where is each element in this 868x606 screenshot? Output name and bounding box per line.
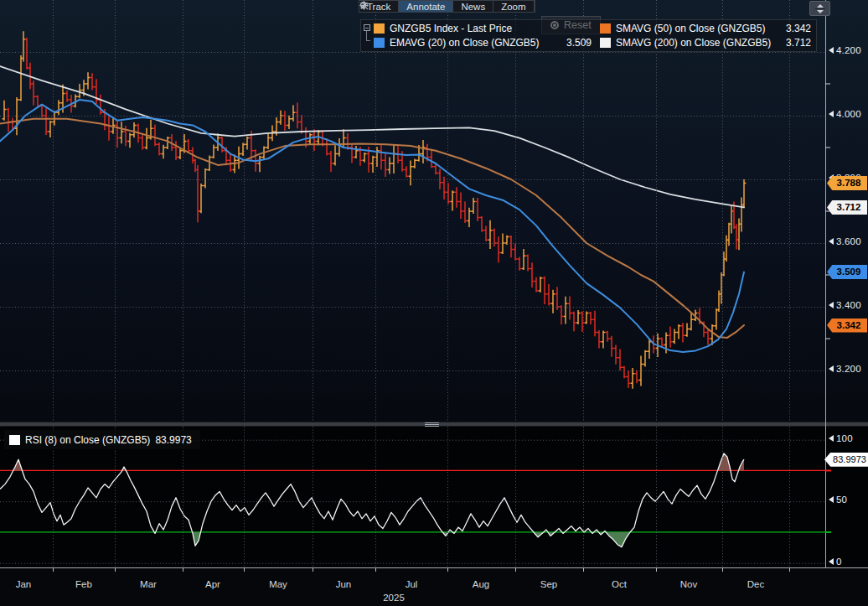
y-axis-label: 3.200 xyxy=(829,364,861,374)
axis-tick-icon xyxy=(829,496,834,503)
panel-resize-handle[interactable] xyxy=(425,422,439,427)
axis-tick-icon xyxy=(829,558,834,565)
legend-swatch xyxy=(9,435,20,445)
x-axis-month-label: Apr xyxy=(194,579,231,589)
y-axis-label: 4.200 xyxy=(829,45,861,55)
study-legend: GNZGB5 Index - Last Price EMAVG (20) on … xyxy=(360,19,817,52)
legend-smavg50[interactable]: SMAVG (50) on Close (GNZGB5) 3.342 xyxy=(600,22,816,35)
y-axis-label: 4.000 xyxy=(829,109,861,119)
rsi-legend-value: 83.9973 xyxy=(155,434,191,446)
ma-value-badge: 3.342 xyxy=(827,319,867,333)
x-axis-month-label: Aug xyxy=(462,579,499,589)
rsi-axis-label: 100 xyxy=(829,433,853,443)
x-axis-month-label: Jun xyxy=(325,579,362,589)
axis-tick-icon xyxy=(829,435,834,442)
track-label: Track xyxy=(367,2,390,12)
x-axis-month-label: Oct xyxy=(601,579,638,589)
scroll-up-icon xyxy=(817,4,824,8)
legend-swatch xyxy=(374,38,385,48)
axis-tick-icon xyxy=(829,47,834,54)
legend-label: GNZGB5 Index - Last Price xyxy=(390,23,512,34)
price-chart-canvas[interactable] xyxy=(0,0,868,606)
axis-tick-icon xyxy=(829,365,834,372)
news-label: News xyxy=(461,2,485,12)
annotate-button[interactable]: Annotate xyxy=(399,1,453,12)
last-price-badge: 3.788 xyxy=(827,176,867,190)
tree-expander-icon[interactable] xyxy=(361,20,374,51)
x-axis-month-label: Jan xyxy=(5,579,42,589)
y-axis-label: 3.600 xyxy=(829,236,861,246)
legend-smavg200[interactable]: SMAVG (200) on Close (GNZGB5) 3.712 xyxy=(600,36,816,49)
x-axis-month-label: Nov xyxy=(670,579,707,589)
legend-value: 3.509 xyxy=(566,37,597,49)
legend-label: EMAVG (20) on Close (GNZGB5) xyxy=(390,37,540,49)
axis-tick-icon xyxy=(829,111,834,117)
ma-value-badge: 3.712 xyxy=(827,200,867,215)
x-axis-year-label: 2025 xyxy=(373,593,415,603)
rsi-legend-label: RSI (8) on Close (GNZGB5) xyxy=(25,434,150,446)
zoom-icon xyxy=(359,1,369,10)
ma-value-badge: 3.509 xyxy=(827,265,867,279)
legend-last-price[interactable]: GNZGB5 Index - Last Price xyxy=(374,22,597,35)
legend-emavg20[interactable]: EMAVG (20) on Close (GNZGB5) 3.509 xyxy=(374,36,597,49)
zoom-label: Zoom xyxy=(501,2,525,12)
legend-swatch xyxy=(374,23,385,34)
annotate-label: Annotate xyxy=(406,2,445,12)
x-axis-month-label: Sep xyxy=(530,579,567,589)
rsi-axis-label: 50 xyxy=(829,495,847,505)
scroll-down-icon xyxy=(817,10,824,13)
legend-label: SMAVG (50) on Close (GNZGB5) xyxy=(616,23,766,34)
legend-value: 3.712 xyxy=(786,37,816,49)
legend-swatch xyxy=(600,38,611,48)
rsi-axis-label: 0 xyxy=(829,557,842,567)
y-axis-label: 3.400 xyxy=(829,300,861,310)
chart-toolbar: Track Annotate News Zoom xyxy=(359,0,535,13)
legend-swatch xyxy=(600,23,611,34)
legend-value: 3.342 xyxy=(786,23,816,34)
x-axis-month-label: Jul xyxy=(393,579,430,589)
x-axis-month-label: Mar xyxy=(130,579,167,589)
news-button[interactable]: News xyxy=(453,1,493,12)
rsi-value-badge: 83.9973 xyxy=(824,453,868,467)
chart-window: Track Annotate News Zoom Reset xyxy=(0,0,868,606)
zoom-button[interactable]: Zoom xyxy=(493,1,534,12)
panel-scroll-button[interactable] xyxy=(809,1,830,16)
x-axis-month-label: May xyxy=(260,579,297,589)
x-axis-month-label: Feb xyxy=(65,579,102,589)
rsi-legend[interactable]: RSI (8) on Close (GNZGB5) 83.9973 xyxy=(4,430,200,449)
x-axis-month-label: Dec xyxy=(737,579,774,589)
legend-label: SMAVG (200) on Close (GNZGB5) xyxy=(616,37,771,49)
axis-tick-icon xyxy=(829,302,834,308)
axis-tick-icon xyxy=(829,238,834,245)
